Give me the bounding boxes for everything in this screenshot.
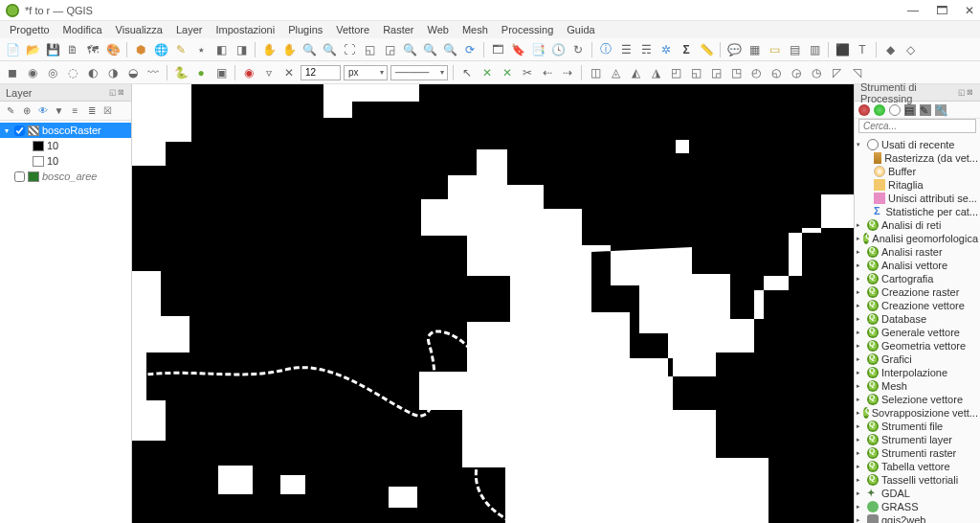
- select-icon[interactable]: ▭: [766, 41, 783, 58]
- row2-c-icon[interactable]: ◎: [44, 64, 61, 81]
- row2-e-icon[interactable]: ◐: [84, 64, 101, 81]
- zoom-next-icon[interactable]: 🔍: [441, 41, 458, 58]
- layer-bosco-aree[interactable]: bosco_aree: [0, 169, 131, 184]
- processing-group[interactable]: ▸Grafici: [855, 352, 980, 366]
- line-style-combo[interactable]: ─────: [390, 65, 448, 80]
- menu-layer[interactable]: Layer: [170, 23, 209, 36]
- layer-class-10-black[interactable]: 10: [0, 138, 131, 153]
- processing-group[interactable]: ▸Analisi geomorfologica: [855, 232, 980, 245]
- row2-i-icon[interactable]: ▣: [212, 64, 230, 81]
- open-folder-icon[interactable]: 📂: [24, 41, 41, 58]
- processing-group[interactable]: ▸Strumenti layer: [855, 433, 980, 446]
- row2-h-icon[interactable]: 〰: [145, 64, 162, 81]
- processing-group[interactable]: ▸Tasselli vettoriali: [855, 473, 980, 487]
- unit-combo[interactable]: px: [344, 65, 388, 80]
- python-icon[interactable]: 🐍: [172, 64, 189, 81]
- temporal-ctl-icon[interactable]: ↻: [569, 41, 587, 58]
- row2-b-icon[interactable]: ◉: [24, 64, 41, 81]
- zoom-full-icon[interactable]: ⛶: [341, 41, 358, 58]
- panel-collapse-icon[interactable]: ◱⊠: [958, 88, 974, 97]
- snapping-k-icon[interactable]: ◶: [788, 64, 805, 81]
- ruler-icon[interactable]: 📏: [698, 41, 715, 58]
- vertex-f-icon[interactable]: ⇢: [559, 64, 576, 81]
- new-map-icon[interactable]: 🗔: [489, 41, 506, 58]
- processing-group[interactable]: ▸Sovrapposizione vett...: [855, 406, 980, 420]
- row2-j-icon[interactable]: ▿: [260, 64, 278, 81]
- misc-a-icon[interactable]: ◆: [881, 41, 899, 58]
- snapping-c-icon[interactable]: ◭: [627, 64, 644, 81]
- processing-panel-header[interactable]: Strumenti di Processing ◱⊠: [855, 84, 980, 102]
- layout-icon[interactable]: 🗺: [84, 41, 101, 58]
- new-project-icon[interactable]: 📄: [4, 41, 21, 58]
- size-input[interactable]: [301, 65, 341, 80]
- menu-visualizza[interactable]: Visualizza: [110, 23, 168, 36]
- menu-vettore[interactable]: Vettore: [330, 23, 375, 36]
- menu-plugins[interactable]: Plugins: [282, 23, 328, 36]
- row2-k-icon[interactable]: ✕: [280, 64, 298, 81]
- options-icon[interactable]: 🔧: [935, 104, 947, 116]
- vertex-e-icon[interactable]: ⇠: [539, 64, 556, 81]
- row2-g-icon[interactable]: ◒: [124, 64, 142, 81]
- menu-progetto[interactable]: Progetto: [4, 23, 56, 36]
- row2-f-icon[interactable]: ◑: [104, 64, 122, 81]
- menu-processing[interactable]: Processing: [496, 23, 559, 36]
- snapping-e-icon[interactable]: ◰: [667, 64, 684, 81]
- save-as-icon[interactable]: 🗎: [64, 41, 81, 58]
- processing-group[interactable]: ▸Strumenti file: [855, 420, 980, 433]
- menu-impostazioni[interactable]: Impostazioni: [210, 23, 280, 36]
- processing-group[interactable]: ▸Analisi raster: [855, 245, 980, 259]
- processing-recent-statistiche[interactable]: ΣStatistiche per cat...: [855, 205, 980, 218]
- snapping-m-icon[interactable]: ◸: [828, 64, 845, 81]
- zoom-layer-icon[interactable]: ◲: [381, 41, 398, 58]
- processing-recent-ritaglia[interactable]: Ritaglia: [855, 178, 980, 192]
- layers-panel-header[interactable]: Layer ◱⊠: [0, 84, 131, 102]
- processing-group[interactable]: ▸Generale vettore: [855, 326, 980, 339]
- layer-boscoRaster[interactable]: ▾ boscoRaster: [0, 123, 131, 138]
- results-icon[interactable]: ▤: [904, 104, 916, 116]
- style-manager-icon[interactable]: 🎨: [104, 41, 122, 58]
- sphere-green-icon[interactable]: ●: [192, 64, 210, 81]
- deselect-icon[interactable]: ▥: [806, 41, 823, 58]
- processing-group[interactable]: ▸Selezione vettore: [855, 393, 980, 406]
- snapping-l-icon[interactable]: ◷: [808, 64, 825, 81]
- bookmark-icon[interactable]: 🔖: [509, 41, 526, 58]
- vertex-b-icon[interactable]: ✕: [479, 64, 496, 81]
- processing-group[interactable]: ▸GRASS: [855, 500, 980, 513]
- legend-icon[interactable]: 👁: [35, 103, 50, 118]
- processing-tree[interactable]: ▾ Usati di recente Rasterizza (da vet...…: [855, 136, 980, 523]
- menu-modifica[interactable]: Modifica: [57, 23, 108, 36]
- vertex-d-icon[interactable]: ✂: [519, 64, 536, 81]
- zoom-out-icon[interactable]: 🔍: [321, 41, 338, 58]
- select-form-icon[interactable]: ▤: [786, 41, 803, 58]
- zoom-sel-icon[interactable]: ◱: [361, 41, 378, 58]
- processing-group[interactable]: ▸Geometria vettore: [855, 339, 980, 352]
- edit-in-place-icon[interactable]: ✎: [920, 104, 931, 116]
- snapping-f-icon[interactable]: ◱: [687, 64, 704, 81]
- zoom-in-icon[interactable]: 🔍: [301, 41, 318, 58]
- layer-style-icon[interactable]: ✎: [3, 103, 17, 118]
- processing-search-input[interactable]: [858, 119, 976, 133]
- collapse-all-icon[interactable]: ≣: [84, 103, 99, 118]
- processing-group[interactable]: ▸✦GDAL: [855, 487, 980, 500]
- processing-group[interactable]: ▸Creazione vettore: [855, 299, 980, 312]
- zoom-last-icon[interactable]: 🔍: [421, 41, 438, 58]
- layers-tree[interactable]: ▾ boscoRaster 10 10 bosco_aree: [0, 121, 131, 523]
- red-target-icon[interactable]: ◉: [240, 64, 257, 81]
- label-yellow-icon[interactable]: ⬛: [834, 41, 851, 58]
- minimize-button[interactable]: —: [907, 4, 919, 17]
- refresh-icon[interactable]: ⟳: [461, 41, 479, 58]
- snapping-g-icon[interactable]: ◲: [707, 64, 724, 81]
- model-icon[interactable]: [874, 104, 885, 116]
- filter-legend-icon[interactable]: ▼: [52, 103, 66, 118]
- globe-icon[interactable]: 🌐: [152, 41, 169, 58]
- snapping-b-icon[interactable]: ◬: [607, 64, 624, 81]
- temporal-icon[interactable]: 🕓: [549, 41, 567, 58]
- row2-a-icon[interactable]: ◼: [4, 64, 21, 81]
- snapping-i-icon[interactable]: ◴: [747, 64, 765, 81]
- processing-group[interactable]: ▸qgis2web: [855, 513, 980, 523]
- close-button[interactable]: ✕: [965, 4, 974, 17]
- remove-layer-icon[interactable]: ☒: [100, 103, 115, 118]
- save-icon[interactable]: 💾: [44, 41, 61, 58]
- vertex-c-icon[interactable]: ✕: [499, 64, 516, 81]
- identify-icon[interactable]: ⓘ: [597, 41, 614, 58]
